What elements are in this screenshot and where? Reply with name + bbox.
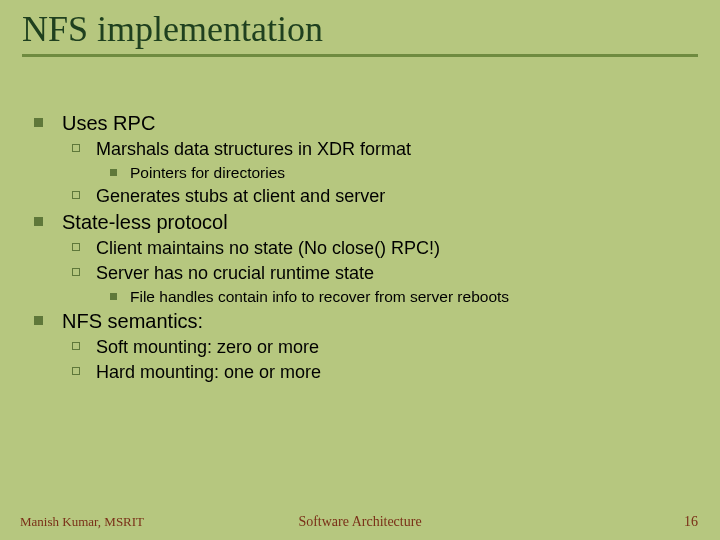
- slide-content: Uses RPC Marshals data structures in XDR…: [34, 108, 700, 387]
- square-bullet-icon: [110, 169, 117, 176]
- hollow-square-icon: [72, 243, 80, 251]
- bullet-pointers: Pointers for directories: [110, 164, 700, 182]
- bullet-file-handles: File handles contain info to recover fro…: [110, 288, 700, 306]
- bullet-marshals: Marshals data structures in XDR format: [72, 139, 700, 160]
- footer-center: Software Architecture: [0, 514, 720, 530]
- bullet-server-no: Server has no crucial runtime state: [72, 263, 700, 284]
- text-hard: Hard mounting: one or more: [96, 362, 321, 382]
- hollow-square-icon: [72, 342, 80, 350]
- square-bullet-icon: [34, 217, 43, 226]
- text-server-no: Server has no crucial runtime state: [96, 263, 374, 283]
- square-bullet-icon: [34, 118, 43, 127]
- square-bullet-icon: [34, 316, 43, 325]
- bullet-generates: Generates stubs at client and server: [72, 186, 700, 207]
- text-file-handles: File handles contain info to recover fro…: [130, 288, 509, 305]
- title-underline: [22, 54, 698, 57]
- text-soft: Soft mounting: zero or more: [96, 337, 319, 357]
- slide: NFS implementation Uses RPC Marshals dat…: [0, 0, 720, 540]
- bullet-client-maintains: Client maintains no state (No close() RP…: [72, 238, 700, 259]
- text-client-maintains: Client maintains no state (No close() RP…: [96, 238, 440, 258]
- hollow-square-icon: [72, 367, 80, 375]
- bullet-hard: Hard mounting: one or more: [72, 362, 700, 383]
- bullet-stateless: State-less protocol: [34, 211, 700, 234]
- hollow-square-icon: [72, 144, 80, 152]
- bullet-soft: Soft mounting: zero or more: [72, 337, 700, 358]
- text-nfs-semantics: NFS semantics:: [62, 310, 203, 332]
- slide-title: NFS implementation: [22, 8, 323, 50]
- bullet-nfs-semantics: NFS semantics:: [34, 310, 700, 333]
- text-uses-rpc: Uses RPC: [62, 112, 155, 134]
- square-bullet-icon: [110, 293, 117, 300]
- bullet-uses-rpc: Uses RPC: [34, 112, 700, 135]
- text-generates: Generates stubs at client and server: [96, 186, 385, 206]
- text-stateless: State-less protocol: [62, 211, 228, 233]
- text-marshals: Marshals data structures in XDR format: [96, 139, 411, 159]
- hollow-square-icon: [72, 268, 80, 276]
- text-pointers: Pointers for directories: [130, 164, 285, 181]
- footer-page-number: 16: [684, 514, 698, 530]
- hollow-square-icon: [72, 191, 80, 199]
